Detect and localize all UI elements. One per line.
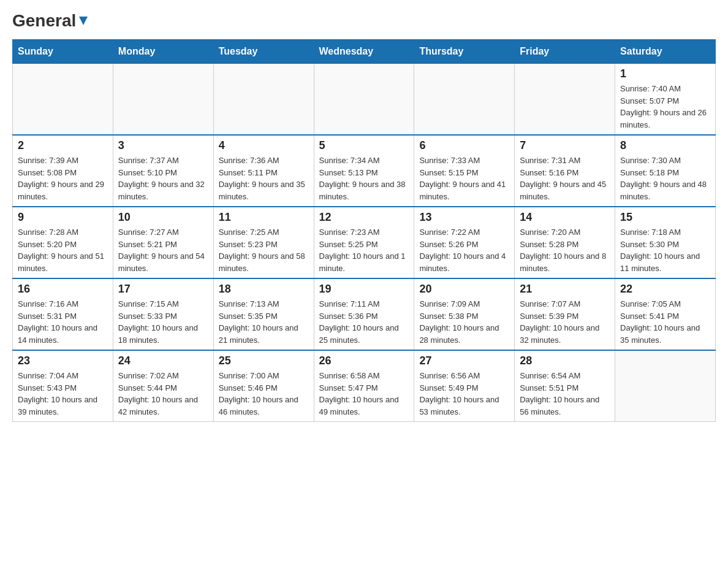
day-info: Sunrise: 7:16 AM Sunset: 5:31 PM Dayligh… bbox=[18, 298, 108, 346]
day-number: 10 bbox=[118, 211, 208, 224]
day-number: 24 bbox=[118, 354, 208, 367]
day-number: 14 bbox=[520, 211, 610, 224]
day-number: 21 bbox=[520, 283, 610, 296]
calendar-cell bbox=[515, 64, 615, 136]
calendar-week-row: 2Sunrise: 7:39 AM Sunset: 5:08 PM Daylig… bbox=[13, 135, 716, 207]
day-info: Sunrise: 7:00 AM Sunset: 5:46 PM Dayligh… bbox=[219, 370, 309, 418]
calendar-header-row: SundayMondayTuesdayWednesdayThursdayFrid… bbox=[13, 40, 716, 64]
day-number: 5 bbox=[319, 139, 409, 152]
day-info: Sunrise: 7:39 AM Sunset: 5:08 PM Dayligh… bbox=[18, 155, 108, 202]
day-info: Sunrise: 7:02 AM Sunset: 5:44 PM Dayligh… bbox=[118, 370, 208, 418]
calendar-cell: 17Sunrise: 7:15 AM Sunset: 5:33 PM Dayli… bbox=[113, 278, 213, 350]
day-info: Sunrise: 7:18 AM Sunset: 5:30 PM Dayligh… bbox=[620, 226, 710, 274]
day-number: 13 bbox=[419, 211, 509, 224]
day-info: Sunrise: 7:31 AM Sunset: 5:16 PM Dayligh… bbox=[520, 155, 610, 202]
day-info: Sunrise: 7:05 AM Sunset: 5:41 PM Dayligh… bbox=[620, 298, 710, 346]
page-header: General bbox=[12, 12, 716, 29]
calendar-week-row: 16Sunrise: 7:16 AM Sunset: 5:31 PM Dayli… bbox=[13, 278, 716, 350]
weekday-header-saturday: Saturday bbox=[615, 40, 716, 64]
day-number: 16 bbox=[18, 283, 108, 296]
calendar-cell: 25Sunrise: 7:00 AM Sunset: 5:46 PM Dayli… bbox=[213, 350, 314, 422]
day-info: Sunrise: 7:36 AM Sunset: 5:11 PM Dayligh… bbox=[219, 155, 309, 202]
day-info: Sunrise: 7:40 AM Sunset: 5:07 PM Dayligh… bbox=[620, 83, 710, 131]
calendar-cell: 10Sunrise: 7:27 AM Sunset: 5:21 PM Dayli… bbox=[113, 207, 213, 278]
day-info: Sunrise: 6:56 AM Sunset: 5:49 PM Dayligh… bbox=[419, 370, 509, 418]
calendar-cell: 13Sunrise: 7:22 AM Sunset: 5:26 PM Dayli… bbox=[414, 207, 515, 278]
weekday-header-thursday: Thursday bbox=[414, 40, 515, 64]
calendar-table: SundayMondayTuesdayWednesdayThursdayFrid… bbox=[12, 39, 716, 422]
weekday-header-monday: Monday bbox=[113, 40, 213, 64]
calendar-cell: 24Sunrise: 7:02 AM Sunset: 5:44 PM Dayli… bbox=[113, 350, 213, 422]
day-number: 22 bbox=[620, 283, 710, 296]
day-info: Sunrise: 7:33 AM Sunset: 5:15 PM Dayligh… bbox=[419, 155, 509, 202]
calendar-cell bbox=[113, 64, 213, 136]
day-info: Sunrise: 7:04 AM Sunset: 5:43 PM Dayligh… bbox=[18, 370, 108, 418]
day-number: 15 bbox=[620, 211, 710, 224]
calendar-cell: 16Sunrise: 7:16 AM Sunset: 5:31 PM Dayli… bbox=[13, 278, 113, 350]
calendar-cell: 7Sunrise: 7:31 AM Sunset: 5:16 PM Daylig… bbox=[515, 135, 615, 207]
calendar-cell: 11Sunrise: 7:25 AM Sunset: 5:23 PM Dayli… bbox=[213, 207, 314, 278]
day-info: Sunrise: 7:13 AM Sunset: 5:35 PM Dayligh… bbox=[219, 298, 309, 346]
day-number: 11 bbox=[219, 211, 309, 224]
day-number: 20 bbox=[419, 283, 509, 296]
calendar-cell: 23Sunrise: 7:04 AM Sunset: 5:43 PM Dayli… bbox=[13, 350, 113, 422]
logo: General bbox=[12, 12, 90, 29]
calendar-cell bbox=[13, 64, 113, 136]
calendar-cell: 12Sunrise: 7:23 AM Sunset: 5:25 PM Dayli… bbox=[314, 207, 414, 278]
day-number: 26 bbox=[319, 354, 409, 367]
day-info: Sunrise: 7:27 AM Sunset: 5:21 PM Dayligh… bbox=[118, 226, 208, 274]
calendar-cell: 20Sunrise: 7:09 AM Sunset: 5:38 PM Dayli… bbox=[414, 278, 515, 350]
calendar-cell: 14Sunrise: 7:20 AM Sunset: 5:28 PM Dayli… bbox=[515, 207, 615, 278]
day-number: 7 bbox=[520, 139, 610, 152]
weekday-header-sunday: Sunday bbox=[13, 40, 113, 64]
day-info: Sunrise: 6:58 AM Sunset: 5:47 PM Dayligh… bbox=[319, 370, 409, 418]
day-number: 17 bbox=[118, 283, 208, 296]
calendar-cell: 18Sunrise: 7:13 AM Sunset: 5:35 PM Dayli… bbox=[213, 278, 314, 350]
day-number: 18 bbox=[219, 283, 309, 296]
day-info: Sunrise: 7:22 AM Sunset: 5:26 PM Dayligh… bbox=[419, 226, 509, 274]
day-info: Sunrise: 7:15 AM Sunset: 5:33 PM Dayligh… bbox=[118, 298, 208, 346]
calendar-cell bbox=[213, 64, 314, 136]
calendar-cell: 2Sunrise: 7:39 AM Sunset: 5:08 PM Daylig… bbox=[13, 135, 113, 207]
day-number: 19 bbox=[319, 283, 409, 296]
day-number: 2 bbox=[18, 139, 108, 152]
day-info: Sunrise: 7:09 AM Sunset: 5:38 PM Dayligh… bbox=[419, 298, 509, 346]
day-number: 25 bbox=[219, 354, 309, 367]
logo-general-text: General bbox=[12, 12, 76, 29]
day-info: Sunrise: 7:37 AM Sunset: 5:10 PM Dayligh… bbox=[118, 155, 208, 202]
day-number: 1 bbox=[620, 67, 710, 80]
day-info: Sunrise: 6:54 AM Sunset: 5:51 PM Dayligh… bbox=[520, 370, 610, 418]
calendar-cell: 6Sunrise: 7:33 AM Sunset: 5:15 PM Daylig… bbox=[414, 135, 515, 207]
calendar-cell: 5Sunrise: 7:34 AM Sunset: 5:13 PM Daylig… bbox=[314, 135, 414, 207]
calendar-cell bbox=[615, 350, 716, 422]
day-info: Sunrise: 7:11 AM Sunset: 5:36 PM Dayligh… bbox=[319, 298, 409, 346]
calendar-cell bbox=[414, 64, 515, 136]
svg-marker-0 bbox=[79, 17, 88, 25]
day-info: Sunrise: 7:23 AM Sunset: 5:25 PM Dayligh… bbox=[319, 226, 409, 274]
day-info: Sunrise: 7:28 AM Sunset: 5:20 PM Dayligh… bbox=[18, 226, 108, 274]
day-number: 27 bbox=[419, 354, 509, 367]
calendar-cell: 15Sunrise: 7:18 AM Sunset: 5:30 PM Dayli… bbox=[615, 207, 716, 278]
calendar-cell: 21Sunrise: 7:07 AM Sunset: 5:39 PM Dayli… bbox=[515, 278, 615, 350]
logo-arrow-icon bbox=[77, 14, 90, 28]
day-number: 12 bbox=[319, 211, 409, 224]
calendar-cell: 27Sunrise: 6:56 AM Sunset: 5:49 PM Dayli… bbox=[414, 350, 515, 422]
day-info: Sunrise: 7:34 AM Sunset: 5:13 PM Dayligh… bbox=[319, 155, 409, 202]
day-info: Sunrise: 7:30 AM Sunset: 5:18 PM Dayligh… bbox=[620, 155, 710, 202]
calendar-cell: 8Sunrise: 7:30 AM Sunset: 5:18 PM Daylig… bbox=[615, 135, 716, 207]
weekday-header-wednesday: Wednesday bbox=[314, 40, 414, 64]
calendar-cell: 28Sunrise: 6:54 AM Sunset: 5:51 PM Dayli… bbox=[515, 350, 615, 422]
day-info: Sunrise: 7:07 AM Sunset: 5:39 PM Dayligh… bbox=[520, 298, 610, 346]
weekday-header-tuesday: Tuesday bbox=[213, 40, 314, 64]
calendar-week-row: 23Sunrise: 7:04 AM Sunset: 5:43 PM Dayli… bbox=[13, 350, 716, 422]
day-number: 6 bbox=[419, 139, 509, 152]
day-number: 28 bbox=[520, 354, 610, 367]
calendar-cell: 19Sunrise: 7:11 AM Sunset: 5:36 PM Dayli… bbox=[314, 278, 414, 350]
weekday-header-friday: Friday bbox=[515, 40, 615, 64]
calendar-cell: 3Sunrise: 7:37 AM Sunset: 5:10 PM Daylig… bbox=[113, 135, 213, 207]
day-info: Sunrise: 7:25 AM Sunset: 5:23 PM Dayligh… bbox=[219, 226, 309, 274]
day-number: 3 bbox=[118, 139, 208, 152]
calendar-week-row: 1Sunrise: 7:40 AM Sunset: 5:07 PM Daylig… bbox=[13, 64, 716, 136]
day-number: 23 bbox=[18, 354, 108, 367]
calendar-cell: 26Sunrise: 6:58 AM Sunset: 5:47 PM Dayli… bbox=[314, 350, 414, 422]
